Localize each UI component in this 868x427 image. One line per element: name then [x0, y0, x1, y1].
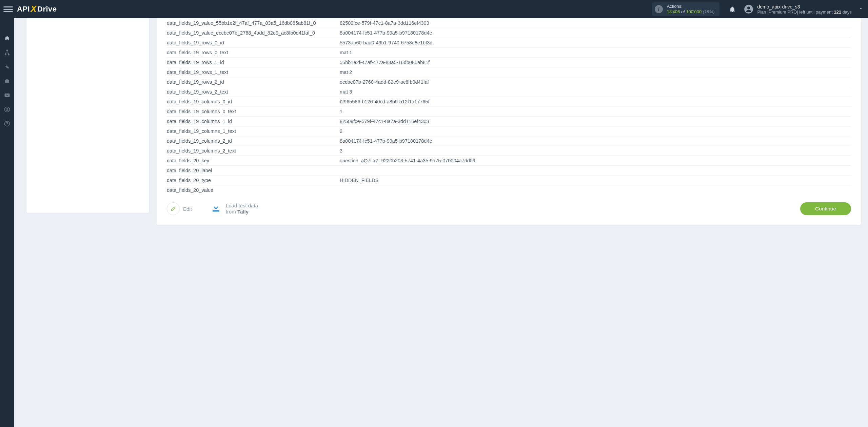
sidebar-video[interactable] — [0, 88, 14, 102]
table-row: data_fields_19_rows_1_id55bb1e2f-47af-47… — [167, 58, 851, 67]
svg-point-8 — [7, 125, 7, 125]
field-value — [340, 185, 851, 195]
user-plan: Plan |Premium PRO| left until payment 12… — [757, 9, 852, 15]
field-key: data_fields_20_label — [167, 166, 340, 176]
continue-button[interactable]: Continue — [800, 202, 851, 215]
table-row: data_fields_19_rows_1_textmat 2 — [167, 67, 851, 77]
avatar — [742, 2, 755, 16]
field-value: 55bb1e2f-47af-477a-83a5-16db085ab81f — [340, 58, 851, 67]
field-value: mat 3 — [340, 87, 851, 97]
svg-rect-2 — [5, 54, 6, 55]
youtube-icon — [4, 92, 10, 98]
svg-point-9 — [213, 211, 214, 212]
edit-button[interactable]: Edit — [167, 202, 192, 215]
svg-point-6 — [6, 108, 8, 110]
hamburger-menu-icon[interactable] — [3, 4, 13, 14]
field-value: 1 — [340, 107, 851, 117]
sidebar-billing[interactable] — [0, 60, 14, 74]
table-row: data_fields_19_value_eccbe07b_2768_4add_… — [167, 28, 851, 38]
field-key: data_fields_19_columns_2_text — [167, 146, 340, 156]
field-value: 8a004174-fc51-477b-99a5-b97180178d4e — [340, 136, 851, 146]
load-test-data-button[interactable]: Load test data from Tally — [211, 203, 258, 215]
field-value: 3 — [340, 146, 851, 156]
table-row: data_fields_20_typeHIDDEN_FIELDS — [167, 176, 851, 185]
table-row: data_fields_20_keyquestion_aQ7LxZ_9220b2… — [167, 156, 851, 166]
field-key: data_fields_19_value_55bb1e2f_47af_477a_… — [167, 18, 340, 28]
svg-rect-3 — [8, 54, 9, 55]
svg-rect-1 — [7, 50, 8, 51]
table-row: data_fields_19_rows_2_ideccbe07b-2768-4a… — [167, 77, 851, 87]
left-panel — [26, 18, 149, 213]
user-menu[interactable]: demo_apix-drive_s3 Plan |Premium PRO| le… — [739, 0, 868, 18]
field-key: data_fields_19_columns_0_id — [167, 97, 340, 107]
sitemap-icon — [4, 49, 10, 56]
logo-text-x: X — [31, 4, 37, 14]
field-key: data_fields_19_rows_0_text — [167, 48, 340, 58]
actions-counter[interactable]: i Actions: 18'406 of 100'000 (18%) — [652, 2, 719, 16]
field-value: f2965586-b126-40cd-a8b9-b12f1a17765f — [340, 97, 851, 107]
load-line2-source: Tally — [237, 209, 249, 215]
table-row: data_fields_19_value_55bb1e2f_47af_477a_… — [167, 18, 851, 28]
sidebar-tools[interactable] — [0, 74, 14, 88]
data-fields-table: data_fields_19_value_55bb1e2f_47af_477a_… — [167, 18, 851, 195]
field-key: data_fields_20_value — [167, 185, 340, 195]
actions-values: 18'406 of 100'000 (18%) — [667, 9, 715, 15]
table-row: data_fields_19_rows_0_textmat 1 — [167, 48, 851, 58]
sidebar-account[interactable] — [0, 102, 14, 117]
chevron-down-icon — [859, 6, 863, 12]
sidebar-home[interactable] — [0, 31, 14, 45]
field-value: mat 1 — [340, 48, 851, 58]
table-row: data_fields_19_columns_2_text3 — [167, 146, 851, 156]
briefcase-icon — [4, 78, 10, 84]
table-row: data_fields_19_columns_0_idf2965586-b126… — [167, 97, 851, 107]
svg-point-10 — [218, 211, 219, 212]
field-value: 8a004174-fc51-477b-99a5-b97180178d4e — [340, 28, 851, 38]
field-key: data_fields_19_rows_0_id — [167, 38, 340, 48]
field-key: data_fields_19_rows_2_text — [167, 87, 340, 97]
field-value: 5573ab60-baa0-49b1-9740-6758d8e1bf3d — [340, 38, 851, 48]
field-value: 82509fce-579f-47c1-8a7a-3dd116ef4303 — [340, 18, 851, 28]
sidebar-help[interactable] — [0, 117, 14, 131]
table-row: data_fields_19_columns_2_id8a004174-fc51… — [167, 136, 851, 146]
table-row: data_fields_19_columns_0_text1 — [167, 107, 851, 117]
actions-label: Actions: — [667, 4, 715, 9]
field-key: data_fields_19_rows_1_text — [167, 67, 340, 77]
table-row: data_fields_19_rows_0_id5573ab60-baa0-49… — [167, 38, 851, 48]
logo-text-b: Drive — [37, 5, 57, 14]
field-key: data_fields_19_rows_2_id — [167, 77, 340, 87]
load-line2-prefix: from — [226, 209, 237, 215]
user-circle-icon — [4, 106, 10, 113]
field-value: 82509fce-579f-47c1-8a7a-3dd116ef4303 — [340, 117, 851, 126]
help-icon — [4, 121, 10, 127]
sidebar — [0, 18, 14, 427]
user-icon — [744, 4, 753, 14]
table-row: data_fields_20_label — [167, 166, 851, 176]
sidebar-integrations[interactable] — [0, 45, 14, 60]
info-icon: i — [655, 5, 663, 13]
table-row: data_fields_19_columns_1_text2 — [167, 126, 851, 136]
load-line1: Load test data — [226, 203, 258, 208]
field-key: data_fields_19_columns_1_id — [167, 117, 340, 126]
pencil-icon — [171, 206, 176, 211]
table-row: data_fields_19_rows_2_textmat 3 — [167, 87, 851, 97]
bell-icon — [729, 6, 736, 13]
field-key: data_fields_19_rows_1_id — [167, 58, 340, 67]
field-value: 2 — [340, 126, 851, 136]
field-value: question_aQ7LxZ_9220b203-5741-4a35-9a75-… — [340, 156, 851, 166]
table-row: data_fields_19_columns_1_id82509fce-579f… — [167, 117, 851, 126]
user-name: demo_apix-drive_s3 — [757, 4, 852, 9]
field-value: HIDDEN_FIELDS — [340, 176, 851, 185]
field-key: data_fields_19_columns_0_text — [167, 107, 340, 117]
field-key: data_fields_19_columns_1_text — [167, 126, 340, 136]
download-icon — [211, 203, 221, 213]
field-key: data_fields_19_columns_2_id — [167, 136, 340, 146]
main-panel: data_fields_19_value_55bb1e2f_47af_477a_… — [157, 18, 861, 225]
logo[interactable]: API X Drive — [17, 4, 57, 15]
field-key: data_fields_20_type — [167, 176, 340, 185]
field-value: eccbe07b-2768-4add-82e9-ac8fb0d41faf — [340, 77, 851, 87]
home-icon — [4, 35, 10, 41]
field-value — [340, 166, 851, 176]
notifications-button[interactable] — [726, 2, 739, 16]
field-key: data_fields_19_value_eccbe07b_2768_4add_… — [167, 28, 340, 38]
edit-label: Edit — [183, 206, 192, 212]
